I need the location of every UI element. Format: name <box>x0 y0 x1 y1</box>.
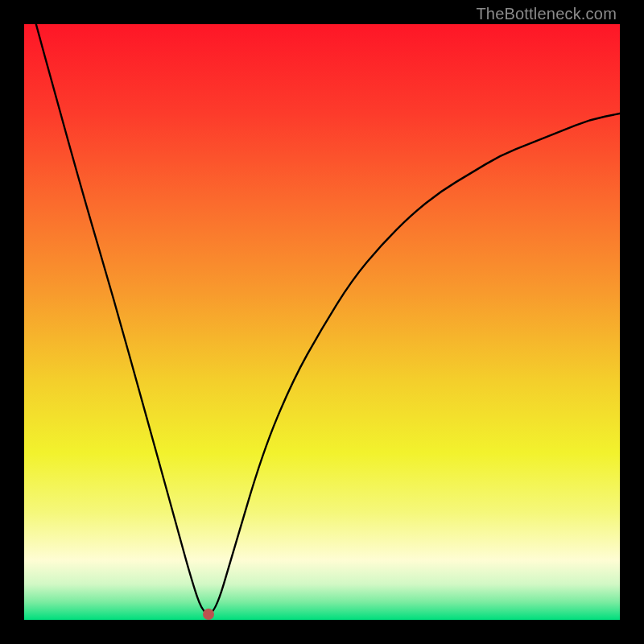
optimal-point-marker <box>203 609 214 620</box>
bottleneck-curve <box>24 24 620 620</box>
chart-frame: TheBottleneck.com <box>0 0 644 644</box>
plot-area <box>24 24 620 620</box>
watermark-text: TheBottleneck.com <box>476 5 617 23</box>
